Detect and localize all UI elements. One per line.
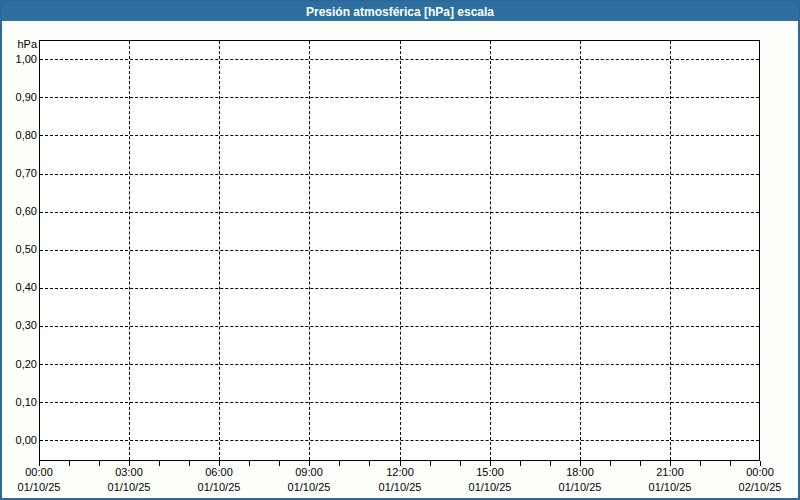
- v-gridline: [670, 41, 671, 460]
- v-gridline: [580, 41, 581, 460]
- y-axis-unit-label: hPa: [2, 38, 37, 51]
- y-tick-label: 0,00: [2, 434, 37, 447]
- y-tick-label: 0,30: [2, 319, 37, 332]
- y-tick-label: 0,50: [2, 243, 37, 256]
- y-tick-label: 1,00: [2, 53, 37, 66]
- y-tick-label: 0,90: [2, 91, 37, 104]
- x-tick-date-label: 01/10/25: [4, 481, 74, 494]
- x-tick-date-label: 01/10/25: [184, 481, 254, 494]
- x-tick-time-label: 06:00: [184, 466, 254, 479]
- v-gridline: [309, 41, 310, 460]
- x-tick-time-label: 00:00: [4, 466, 74, 479]
- v-gridline: [400, 41, 401, 460]
- x-tick-time-label: 21:00: [635, 466, 705, 479]
- x-tick-date-label: 01/10/25: [455, 481, 525, 494]
- v-gridline: [129, 41, 130, 460]
- x-tick-date-label: 02/10/25: [725, 481, 795, 494]
- x-tick-time-label: 00:00: [725, 466, 795, 479]
- x-tick-time-label: 03:00: [94, 466, 164, 479]
- x-tick-date-label: 01/10/25: [94, 481, 164, 494]
- x-tick-date-label: 01/10/25: [274, 481, 344, 494]
- x-tick-time-label: 15:00: [455, 466, 525, 479]
- v-gridline: [219, 41, 220, 460]
- chart-window: Presión atmosférica [hPa] escala hPa 1,0…: [0, 0, 800, 500]
- x-tick-time-label: 09:00: [274, 466, 344, 479]
- y-tick-label: 0,10: [2, 396, 37, 409]
- v-gridline: [490, 41, 491, 460]
- y-tick-label: 0,20: [2, 358, 37, 371]
- y-tick-label: 0,70: [2, 167, 37, 180]
- y-tick-label: 0,40: [2, 281, 37, 294]
- chart-title-bar: Presión atmosférica [hPa] escala: [2, 2, 798, 21]
- x-tick-time-label: 18:00: [545, 466, 615, 479]
- y-tick-label: 0,60: [2, 205, 37, 218]
- x-tick-date-label: 01/10/25: [635, 481, 705, 494]
- plot-area: [39, 40, 760, 461]
- chart-title: Presión atmosférica [hPa] escala: [306, 5, 494, 19]
- x-tick-time-label: 12:00: [365, 466, 435, 479]
- y-tick-label: 0,80: [2, 129, 37, 142]
- x-tick-date-label: 01/10/25: [365, 481, 435, 494]
- x-tick-date-label: 01/10/25: [545, 481, 615, 494]
